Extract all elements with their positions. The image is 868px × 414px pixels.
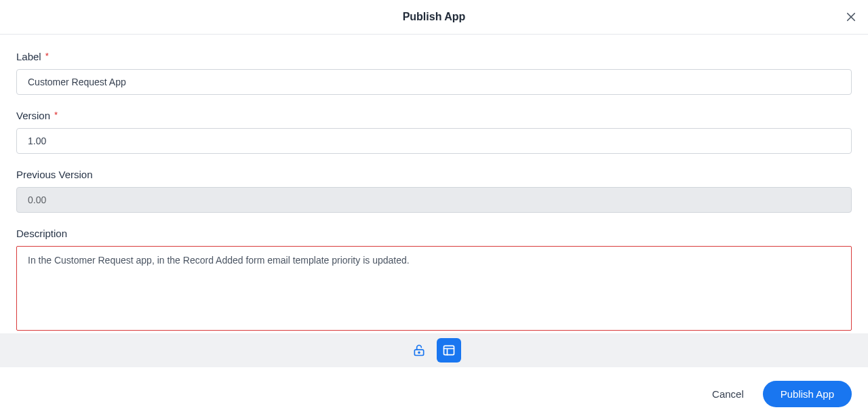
modal-header: Publish App	[0, 0, 868, 35]
label-field-group: Label*	[16, 51, 852, 95]
label-field-label: Label*	[16, 51, 852, 62]
version-field-group: Version*	[16, 110, 852, 154]
previous-version-field-label: Previous Version	[16, 169, 852, 180]
previous-version-input	[16, 187, 852, 213]
version-field-label: Version*	[16, 110, 852, 121]
publish-app-button[interactable]: Publish App	[763, 381, 852, 407]
description-textarea[interactable]: In the Customer Request app, in the Reco…	[16, 246, 852, 331]
previous-version-field-group: Previous Version	[16, 169, 852, 213]
unlock-button[interactable]	[407, 338, 431, 363]
svg-point-3	[418, 352, 420, 353]
modal-title: Publish App	[403, 11, 466, 23]
close-icon	[845, 11, 857, 23]
app-button[interactable]	[437, 338, 461, 363]
description-field-group: Description In the Customer Request app,…	[16, 228, 852, 333]
version-input[interactable]	[16, 128, 852, 154]
label-input[interactable]	[16, 69, 852, 95]
svg-rect-4	[444, 346, 454, 354]
required-asterisk: *	[45, 51, 49, 61]
unlock-icon	[412, 344, 426, 357]
icon-toolbar	[0, 333, 868, 367]
required-asterisk: *	[54, 110, 58, 120]
app-window-icon	[442, 344, 456, 357]
cancel-button[interactable]: Cancel	[712, 388, 744, 400]
description-field-label: Description	[16, 228, 852, 239]
modal-footer: Cancel Publish App	[0, 367, 868, 414]
close-button[interactable]	[844, 9, 859, 24]
modal-body: Label* Version* Previous Version Descrip…	[0, 35, 868, 333]
